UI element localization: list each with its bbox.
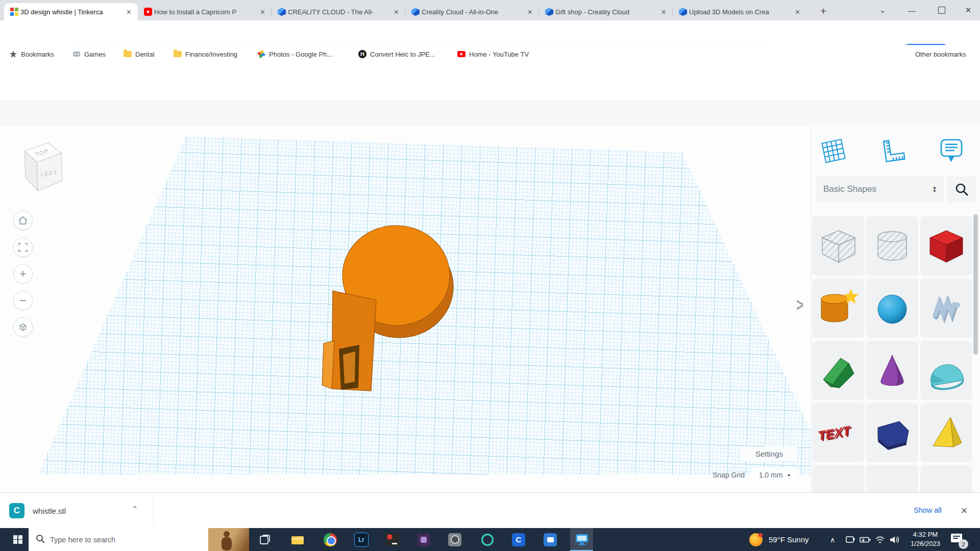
ruler-tool-button[interactable] <box>877 137 906 165</box>
tray-expand-chevron[interactable]: ∧ <box>830 528 835 551</box>
download-bar-close-icon[interactable]: ✕ <box>958 504 971 518</box>
weather-widget[interactable]: 59°F Sunny <box>749 528 809 551</box>
app-button-gray[interactable] <box>444 528 466 551</box>
tab-search-chevron-icon[interactable]: ⌄ <box>871 0 894 20</box>
other-bookmarks-button[interactable]: Other bookmarks <box>915 45 966 63</box>
bookmark-label: Photos - Google Ph... <box>269 51 332 58</box>
shape-round-roof-teal[interactable] <box>920 341 972 400</box>
bookmark-finance[interactable]: Finance/Investing <box>174 45 237 63</box>
app-button-blue[interactable] <box>539 528 561 551</box>
app-button-purple[interactable] <box>412 528 435 551</box>
zoom-out-button[interactable]: − <box>13 291 33 310</box>
show-all-downloads-button[interactable]: Show all <box>910 504 946 516</box>
tab-creality-cloud[interactable]: CREALITY CLOUD - The All- ✕ <box>272 3 405 20</box>
tab-youtube-capricorn[interactable]: How to Install a Capricorn P ✕ <box>138 3 272 20</box>
shape-category-value: Basic Shapes <box>823 184 876 194</box>
youtube-favicon <box>144 8 152 16</box>
snap-grid-select[interactable]: 1.0 mm ▲ <box>752 468 798 482</box>
taskbar-search-input[interactable]: Type here to search <box>29 528 249 551</box>
panel-collapse-chevron-icon[interactable]: > <box>796 294 803 316</box>
tab-upload-models[interactable]: Upload 3D Models on Crea ✕ <box>673 3 806 20</box>
search-highlight-image[interactable] <box>208 528 249 551</box>
bookmark-bookmarks[interactable]: Bookmarks <box>9 45 54 63</box>
tab-tinkercad[interactable]: 3D design whistle | Tinkerca ✕ <box>4 3 138 20</box>
shape-roof-green[interactable] <box>813 341 865 400</box>
view-home-button[interactable] <box>13 211 33 230</box>
window-close-button[interactable]: ✕ <box>957 0 980 20</box>
zoom-in-button[interactable]: + <box>13 264 33 284</box>
wifi-tray-icon[interactable] <box>875 528 885 551</box>
shape-scribble[interactable] <box>920 279 972 338</box>
tab-close-icon[interactable]: ✕ <box>124 7 134 17</box>
tab-close-icon[interactable]: ✕ <box>258 7 267 17</box>
tab-title: 3D design whistle | Tinkerca <box>20 8 122 16</box>
bookmark-games[interactable]: Games <box>72 45 106 63</box>
search-icon <box>36 534 45 545</box>
view-cube[interactable]: TOP LEFT <box>18 138 67 195</box>
shape-sphere-blue[interactable] <box>866 279 918 338</box>
active-app-monitor-icon <box>575 533 589 545</box>
volume-tray-icon[interactable] <box>889 528 900 551</box>
app-button-dark[interactable] <box>381 528 404 551</box>
settings-button[interactable]: Settings <box>741 446 797 461</box>
app-button-teal-ring[interactable] <box>476 528 499 551</box>
bookmark-youtube-tv[interactable]: Home - YouTube TV <box>457 45 529 63</box>
workplane-tool-button[interactable] <box>818 137 847 165</box>
tab-creality-allinone[interactable]: Creality Cloud - All-in-One ✕ <box>405 3 539 20</box>
active-app-button[interactable] <box>570 528 593 551</box>
app-icon-blue <box>544 533 557 546</box>
lightroom-button[interactable]: Lr <box>350 528 373 551</box>
window-maximize-button[interactable] <box>930 0 953 20</box>
download-filename: whistle.stl <box>33 507 66 515</box>
battery-tray-icon[interactable] <box>860 528 871 551</box>
lightroom-icon: Lr <box>354 533 369 547</box>
bookmark-heic-convert[interactable]: H Convert Heic to JPE... <box>358 45 435 63</box>
snap-grid-label: Snap Grid <box>713 471 745 479</box>
notes-tool-button[interactable] <box>937 137 966 165</box>
shape-box-red[interactable] <box>920 216 972 276</box>
new-tab-button[interactable]: + <box>816 4 831 18</box>
shape-box-transparent[interactable] <box>813 216 865 276</box>
snap-grid-value: 1.0 mm <box>759 471 783 479</box>
tinkercad-favicon <box>10 8 18 16</box>
tab-close-icon[interactable]: ✕ <box>659 7 669 17</box>
shape-search-button[interactable] <box>947 176 976 203</box>
shape-cylinder-orange-featured[interactable] <box>813 279 865 338</box>
notification-center-button[interactable]: 2 <box>950 533 963 546</box>
file-explorer-button[interactable] <box>286 528 309 551</box>
bookmark-label: Finance/Investing <box>185 51 237 58</box>
download-chevron-icon[interactable]: ⌄ <box>132 504 138 513</box>
shape-polygon-navy[interactable] <box>866 403 918 462</box>
window-minimize-button[interactable]: — <box>900 0 923 20</box>
cura-file-icon: C <box>9 503 24 518</box>
fit-view-button[interactable] <box>13 238 33 257</box>
shape-category-select[interactable]: Basic Shapes ▲▼ <box>816 176 944 203</box>
cast-tray-icon[interactable] <box>845 528 855 551</box>
creality-app-button[interactable]: C <box>507 528 530 551</box>
start-button[interactable] <box>7 528 29 551</box>
shape-3d-text[interactable]: TEXTTEXT <box>813 403 865 462</box>
bookmark-google-photos[interactable]: Photos - Google Ph... <box>257 45 332 63</box>
select-arrows-icon: ▲▼ <box>933 186 937 193</box>
whistle-model[interactable] <box>316 219 470 400</box>
shape-cylinder-transparent[interactable] <box>866 216 918 276</box>
tab-title: CREALITY CLOUD - The All- <box>288 8 389 16</box>
bookmark-dental[interactable]: Dental <box>124 45 155 63</box>
chrome-taskbar-button[interactable] <box>319 528 341 551</box>
shape-cone-purple[interactable] <box>866 341 918 400</box>
creality-favicon <box>278 8 286 16</box>
games-icon <box>72 50 81 58</box>
download-item[interactable]: C whistle.stl <box>9 493 66 529</box>
tab-close-icon[interactable]: ✕ <box>391 7 401 17</box>
tab-close-icon[interactable]: ✕ <box>793 7 802 17</box>
viewport-3d[interactable]: TOP LEFT + − > Settings Snap Grid 1.0 mm… <box>0 126 811 528</box>
editor-toolbar: Import Export Send To <box>0 100 980 126</box>
tab-close-icon[interactable]: ✕ <box>525 7 535 17</box>
task-view-button[interactable] <box>254 528 276 551</box>
panel-scrollbar[interactable] <box>973 214 978 355</box>
perspective-toggle-button[interactable] <box>13 317 33 337</box>
tab-giftshop[interactable]: Gift shop - Creality Cloud ✕ <box>539 3 673 20</box>
taskbar-clock[interactable]: 4:32 PM 1/26/2023 <box>908 530 943 548</box>
shape-pyramid-yellow[interactable] <box>920 403 972 462</box>
bookmark-label: Dental <box>135 51 155 58</box>
